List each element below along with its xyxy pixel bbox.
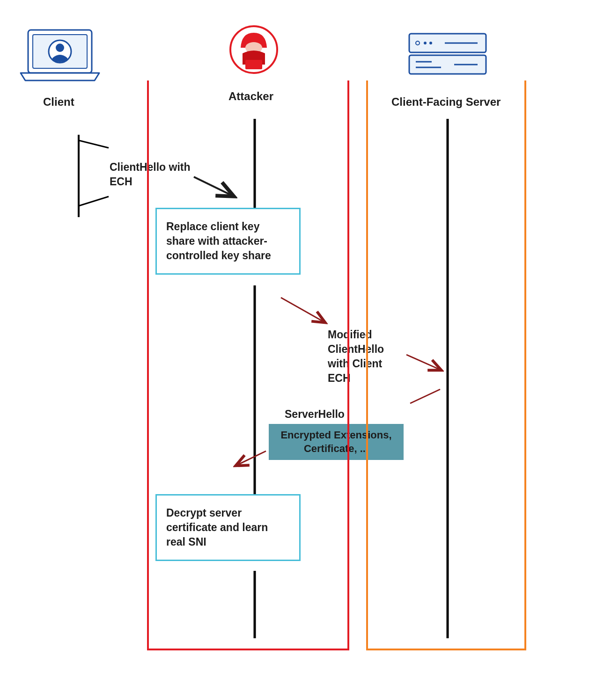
svg-line-26 (410, 389, 440, 403)
client-laptop-icon (18, 27, 102, 83)
msg-modified-hello: Modified ClientHello with Client ECH (328, 328, 407, 386)
svg-line-25 (406, 355, 440, 370)
msg-server-hello: ServerHello (285, 407, 345, 422)
server-label: Client-Facing Server (391, 95, 501, 109)
svg-point-3 (56, 44, 64, 52)
svg-line-27 (237, 451, 266, 465)
msg-client-hello: ClientHello with ECH (110, 160, 194, 189)
svg-rect-6 (245, 60, 262, 69)
client-label: Client (43, 95, 74, 109)
diagram-canvas: Client Attacker Client-Facing Server Cli… (0, 0, 589, 700)
svg-line-23 (194, 177, 232, 196)
svg-line-17 (79, 140, 109, 148)
attacker-icon (227, 24, 281, 80)
svg-point-9 (424, 42, 427, 44)
attacker-label: Attacker (228, 90, 273, 103)
attacker-replace-box: Replace client key share with attacker-c… (155, 208, 301, 275)
svg-line-24 (281, 298, 324, 322)
encrypted-extensions-box: Encrypted Extensions, Certificate, ... (269, 424, 404, 460)
svg-line-18 (79, 197, 109, 206)
server-icon (407, 32, 488, 77)
attacker-decrypt-box: Decrypt server certificate and learn rea… (155, 494, 301, 561)
svg-point-10 (429, 42, 432, 44)
